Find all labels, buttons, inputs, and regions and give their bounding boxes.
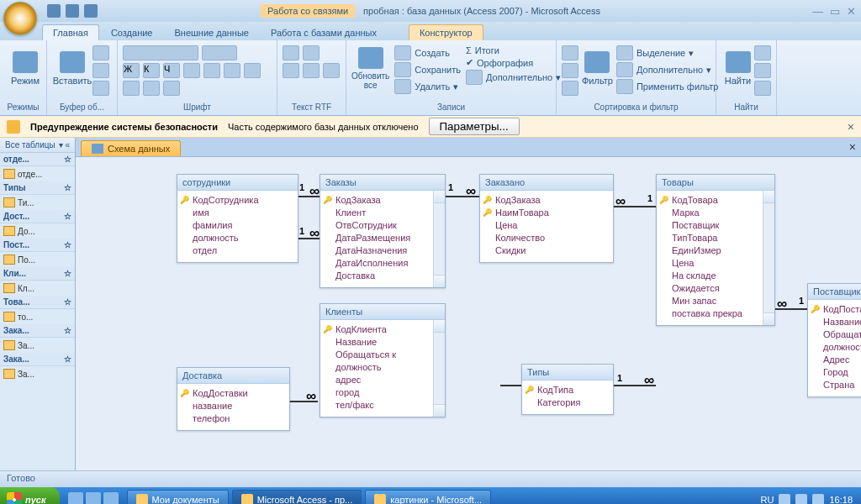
advanced-filter-button[interactable]: Дополнительно▾ bbox=[616, 62, 719, 77]
field-item[interactable]: должность bbox=[193, 232, 293, 244]
field-item[interactable]: ОтвСотрудник bbox=[335, 219, 440, 232]
office-button[interactable] bbox=[3, 2, 37, 35]
field-item[interactable]: название bbox=[193, 400, 284, 412]
field-item[interactable]: ДатаРазмещения bbox=[335, 232, 440, 244]
field-item[interactable]: Клиент bbox=[335, 207, 440, 219]
security-close-button[interactable]: × bbox=[848, 120, 854, 134]
table-header[interactable]: Заказано bbox=[480, 175, 613, 191]
field-item[interactable]: Доставка bbox=[335, 270, 440, 282]
field-item[interactable]: Обращаться к bbox=[335, 349, 440, 361]
field-item[interactable]: Мин запас bbox=[672, 295, 769, 307]
nav-table-item[interactable]: Ти... bbox=[0, 195, 75, 210]
sort-asc-icon[interactable] bbox=[562, 45, 578, 60]
security-options-button[interactable]: Параметры... bbox=[429, 118, 520, 135]
field-item[interactable]: КодКлиента bbox=[335, 323, 440, 336]
nav-table-item[interactable]: По... bbox=[0, 252, 75, 267]
field-item[interactable]: Категория bbox=[537, 396, 608, 409]
field-item[interactable]: ДатаНазначения bbox=[335, 244, 440, 257]
field-item[interactable]: ДатаИсполнения bbox=[335, 257, 440, 270]
tab-dbtools[interactable]: Работа с базами данных bbox=[261, 25, 387, 40]
field-item[interactable]: КодПоставщика bbox=[823, 303, 861, 316]
field-item[interactable]: Ожидается bbox=[672, 282, 769, 295]
alt-row-icon[interactable] bbox=[163, 81, 180, 96]
highlight-icon[interactable] bbox=[323, 63, 340, 78]
fontsize-combo[interactable] bbox=[202, 45, 237, 60]
relationships-canvas[interactable]: 1∞ 1∞ ∞1 1∞ 1∞ 1∞ ∞1 сотрудникиКодСотруд… bbox=[76, 156, 861, 470]
nav-table-item[interactable]: За... bbox=[0, 366, 75, 381]
doc-tab-close-button[interactable]: × bbox=[849, 140, 856, 154]
field-item[interactable]: поставка прекра bbox=[672, 307, 769, 320]
qat-save-icon[interactable] bbox=[47, 4, 61, 18]
field-item[interactable]: КодСотрудника bbox=[193, 194, 293, 207]
table-header[interactable]: Типы bbox=[522, 365, 613, 381]
nav-group-header[interactable]: Типы☆ bbox=[0, 181, 75, 195]
tab-design[interactable]: Конструктор bbox=[409, 24, 483, 40]
table-tipy[interactable]: ТипыКодТипаКатегория bbox=[521, 364, 614, 415]
close-button[interactable]: ✕ bbox=[847, 5, 856, 18]
field-item[interactable]: ТипТовара bbox=[672, 232, 769, 244]
language-indicator[interactable]: RU bbox=[761, 495, 774, 504]
nav-group-header[interactable]: Пост...☆ bbox=[0, 239, 75, 252]
field-item[interactable]: город bbox=[335, 386, 440, 399]
paste-button[interactable]: Вставить bbox=[52, 42, 92, 94]
field-item[interactable]: адрес bbox=[335, 374, 440, 386]
fill-color-icon[interactable] bbox=[143, 81, 160, 96]
tray-icon[interactable] bbox=[812, 494, 824, 504]
field-item[interactable]: На складе bbox=[672, 270, 769, 282]
new-record-button[interactable]: Создать bbox=[394, 45, 461, 60]
table-dostavka[interactable]: ДоставкаКодДоставкиназваниетелефон bbox=[177, 367, 290, 431]
field-item[interactable]: телефон bbox=[193, 412, 284, 425]
field-item[interactable]: Страна bbox=[823, 379, 861, 391]
field-item[interactable]: ЕдинИзмер bbox=[672, 244, 769, 257]
numlist-icon[interactable] bbox=[303, 45, 320, 60]
field-item[interactable]: Количество bbox=[495, 232, 608, 244]
toggle-filter-button[interactable]: Применить фильтр bbox=[616, 79, 719, 94]
spelling-button[interactable]: ✔Орфография bbox=[466, 57, 561, 68]
tab-create[interactable]: Создание bbox=[101, 25, 163, 40]
table-header[interactable]: Поставщики bbox=[808, 284, 861, 300]
nav-header[interactable]: Все таблицы▾ « bbox=[0, 138, 75, 153]
field-item[interactable]: Город bbox=[823, 366, 861, 379]
table-postavshiki[interactable]: ПоставщикиКодПоставщикаНазваниеОбращатьс… bbox=[807, 283, 861, 397]
more-button[interactable]: Дополнительно▾ bbox=[466, 70, 561, 85]
field-item[interactable]: отдел bbox=[193, 244, 293, 257]
goto-icon[interactable] bbox=[754, 63, 771, 78]
table-header[interactable]: сотрудники bbox=[177, 175, 298, 191]
restore-button[interactable]: ▭ bbox=[830, 5, 840, 18]
table-zakazy[interactable]: ЗаказыКодЗаказаКлиентОтвСотрудникДатаРаз… bbox=[320, 174, 446, 288]
taskbar-item[interactable]: картинки - Microsoft... bbox=[365, 490, 491, 504]
indent-dec-icon[interactable] bbox=[283, 63, 299, 78]
italic-icon[interactable]: К bbox=[143, 63, 160, 78]
format-painter-icon[interactable] bbox=[92, 81, 109, 96]
field-item[interactable]: Адрес bbox=[823, 354, 861, 366]
field-item[interactable]: КодТипа bbox=[537, 384, 608, 396]
field-item[interactable]: КодЗаказа bbox=[335, 194, 440, 207]
table-header[interactable]: Клиенты bbox=[320, 304, 445, 320]
font-combo[interactable] bbox=[123, 45, 198, 60]
nav-group-header[interactable]: Дост...☆ bbox=[0, 210, 75, 223]
sort-desc-icon[interactable] bbox=[562, 63, 578, 78]
field-item[interactable]: фамилия bbox=[193, 219, 293, 232]
table-klienty[interactable]: КлиентыКодКлиентаНазваниеОбращаться кдол… bbox=[320, 303, 446, 417]
bold-icon[interactable]: Ж bbox=[123, 63, 140, 78]
list-icon[interactable] bbox=[283, 45, 299, 60]
table-header[interactable]: Доставка bbox=[177, 368, 289, 384]
field-item[interactable]: тел/факс bbox=[335, 399, 440, 412]
tray-icon[interactable] bbox=[795, 494, 807, 504]
field-item[interactable]: должность bbox=[823, 341, 861, 354]
align-left-icon[interactable] bbox=[183, 63, 200, 78]
navigation-pane[interactable]: Все таблицы▾ « отде...☆отде...Типы☆Ти...… bbox=[0, 138, 76, 470]
nav-table-item[interactable]: Кл... bbox=[0, 281, 75, 296]
field-item[interactable]: Скидки bbox=[495, 244, 608, 257]
nav-table-item[interactable]: До... bbox=[0, 223, 75, 239]
ql-ie-icon[interactable] bbox=[68, 492, 83, 504]
field-item[interactable]: Марка bbox=[672, 207, 769, 219]
field-item[interactable]: должность bbox=[335, 361, 440, 374]
cut-icon[interactable] bbox=[92, 45, 109, 60]
tab-home[interactable]: Главная bbox=[42, 24, 99, 40]
table-sotrudniki[interactable]: сотрудникиКодСотрудникаимяфамилиядолжнос… bbox=[177, 174, 298, 263]
table-header[interactable]: Товары bbox=[657, 175, 774, 191]
align-right-icon[interactable] bbox=[224, 63, 240, 78]
field-item[interactable]: Цена bbox=[672, 257, 769, 270]
filter-button[interactable]: Фильтр bbox=[582, 42, 613, 94]
